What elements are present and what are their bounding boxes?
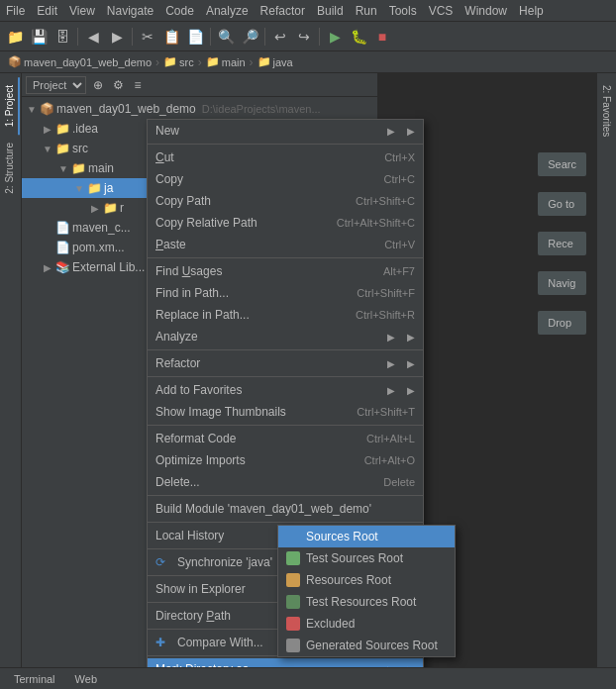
- quick-link-goto[interactable]: Go to: [538, 192, 586, 216]
- sub-generated-sources-root-label: Generated Sources Root: [306, 639, 438, 652]
- ctx-sync-icon: ⟳: [155, 555, 165, 569]
- breadcrumb-icon-2: 📁: [163, 55, 177, 68]
- breadcrumb-item-3[interactable]: main: [222, 56, 246, 68]
- menu-view[interactable]: View: [63, 2, 101, 20]
- tree-path-root: D:\ideaProjects\maven...: [202, 103, 321, 115]
- menu-vcs[interactable]: VCS: [423, 2, 460, 20]
- open-btn[interactable]: 📁: [4, 26, 26, 48]
- breadcrumb-item-2[interactable]: src: [179, 56, 194, 68]
- ctx-sep-3: [148, 349, 423, 350]
- ctx-optimize-imports[interactable]: Optimize Imports Ctrl+Alt+O: [148, 449, 423, 471]
- panel-btn-3[interactable]: ≡: [130, 77, 146, 93]
- sidebar-tab-structure[interactable]: 2: Structure: [1, 135, 20, 202]
- tree-label-src: src: [72, 142, 88, 155]
- stop-btn[interactable]: ■: [371, 26, 393, 48]
- ctx-copy-rel-path-shortcut: Ctrl+Alt+Shift+C: [337, 217, 415, 229]
- ctx-add-fav[interactable]: Add to Favorites ▶: [148, 379, 423, 401]
- search2-btn[interactable]: 🔎: [239, 26, 260, 48]
- bottom-tab-terminal[interactable]: Terminal: [8, 671, 61, 687]
- sub-sources-root-label: Sources Root: [306, 530, 378, 543]
- breadcrumb-root-icon: 📦: [8, 55, 22, 68]
- ctx-find-in-path[interactable]: Find in Path... Ctrl+Shift+F: [148, 282, 423, 304]
- ctx-build-module[interactable]: Build Module 'maven_day01_web_demo': [148, 498, 423, 520]
- project-panel-header: Project ⊕ ⚙ ≡: [22, 73, 377, 97]
- ctx-find-usages-label: Find Usages: [155, 264, 375, 278]
- toolbar-sep-5: [319, 28, 320, 46]
- ctx-cut[interactable]: Cut Ctrl+X: [148, 147, 423, 168]
- ctx-find-usages[interactable]: Find Usages Alt+F7: [148, 260, 423, 282]
- ctx-find-usages-shortcut: Alt+F7: [383, 265, 415, 277]
- ctx-find-in-path-label: Find in Path...: [155, 286, 349, 300]
- menu-file[interactable]: File: [0, 2, 31, 20]
- tree-label-pom: pom.xm...: [72, 241, 125, 254]
- submenu: Sources Root Test Sources Root Resources…: [277, 525, 456, 657]
- undo-btn[interactable]: ↩: [269, 26, 291, 48]
- save-all-btn[interactable]: 🗄: [51, 26, 73, 48]
- quick-link-drop[interactable]: Drop: [538, 311, 586, 335]
- cut-btn[interactable]: ✂: [137, 26, 158, 48]
- breadcrumb-item-1[interactable]: maven_day01_web_demo: [24, 56, 152, 68]
- project-select[interactable]: Project: [26, 76, 86, 94]
- sub-sources-root-icon: [286, 530, 300, 543]
- toolbar-sep-1: [77, 28, 78, 46]
- ctx-copy-rel-path[interactable]: Copy Relative Path Ctrl+Alt+Shift+C: [148, 212, 423, 234]
- menu-navigate[interactable]: Navigate: [101, 2, 159, 20]
- tree-item-root[interactable]: ▼ 📦 maven_day01_web_demo D:\ideaProjects…: [22, 99, 377, 119]
- save-btn[interactable]: 💾: [28, 26, 50, 48]
- ctx-add-fav-arrow: ▶: [387, 385, 395, 396]
- ctx-sep-6: [148, 495, 423, 496]
- ctx-reformat[interactable]: Reformat Code Ctrl+Alt+L: [148, 428, 423, 449]
- ctx-paste[interactable]: Paste Ctrl+V: [148, 234, 423, 255]
- forward-btn[interactable]: ▶: [106, 26, 128, 48]
- panel-btn-2[interactable]: ⚙: [110, 77, 126, 93]
- breadcrumb-sep-1: ›: [155, 55, 159, 69]
- ctx-copy-path[interactable]: Copy Path Ctrl+Shift+C: [148, 190, 423, 212]
- sub-generated-sources-root[interactable]: Generated Sources Root: [278, 635, 455, 656]
- menu-tools[interactable]: Tools: [383, 2, 423, 20]
- search-btn[interactable]: 🔍: [215, 26, 237, 48]
- bottom-tab-web[interactable]: Web: [69, 671, 103, 687]
- menu-code[interactable]: Code: [159, 2, 200, 20]
- ctx-copy-label: Copy: [155, 172, 376, 186]
- sub-resources-root[interactable]: Resources Root: [278, 569, 455, 591]
- menu-run[interactable]: Run: [350, 2, 383, 20]
- breadcrumb-item-4[interactable]: java: [273, 56, 293, 68]
- debug-btn[interactable]: 🐛: [348, 26, 369, 48]
- ctx-analyze[interactable]: Analyze ▶: [148, 326, 423, 347]
- paste-btn[interactable]: 📄: [184, 26, 206, 48]
- sub-sources-root[interactable]: Sources Root: [278, 526, 455, 547]
- copy-btn[interactable]: 📋: [160, 26, 182, 48]
- ctx-delete[interactable]: Delete... Delete: [148, 471, 423, 493]
- sub-test-sources-root[interactable]: Test Sources Root: [278, 547, 455, 569]
- toolbar: 📁 💾 🗄 ◀ ▶ ✂ 📋 📄 🔍 🔎 ↩ ↪ ▶ 🐛 ■: [0, 22, 616, 51]
- sub-excluded[interactable]: Excluded: [278, 613, 455, 635]
- run-btn[interactable]: ▶: [324, 26, 346, 48]
- ctx-img-thumb[interactable]: Show Image Thumbnails Ctrl+Shift+T: [148, 401, 423, 423]
- menu-build[interactable]: Build: [311, 2, 350, 20]
- menu-help[interactable]: Help: [513, 2, 550, 20]
- sub-test-resources-root-icon: [286, 595, 300, 609]
- tree-icon-root: 📦: [40, 102, 54, 116]
- toolbar-sep-2: [132, 28, 133, 46]
- sidebar-tab-project[interactable]: 1: Project: [1, 77, 20, 135]
- ctx-new-label: New: [155, 124, 379, 138]
- tree-label-extlib: External Lib...: [72, 260, 145, 274]
- sub-excluded-label: Excluded: [306, 617, 355, 631]
- ctx-new[interactable]: New ▶: [148, 120, 423, 142]
- menu-refactor[interactable]: Refactor: [255, 2, 311, 20]
- quick-link-navigate[interactable]: Navig: [538, 271, 586, 295]
- back-btn[interactable]: ◀: [82, 26, 104, 48]
- redo-btn[interactable]: ↪: [293, 26, 315, 48]
- quick-link-search[interactable]: Searc: [538, 152, 586, 176]
- sub-test-resources-root[interactable]: Test Resources Root: [278, 591, 455, 613]
- menu-window[interactable]: Window: [459, 2, 513, 20]
- right-tab-favorites[interactable]: 2: Favorites: [598, 77, 615, 145]
- ctx-copy[interactable]: Copy Ctrl+C: [148, 168, 423, 190]
- quick-link-recent[interactable]: Rece: [538, 232, 586, 255]
- ctx-replace-in-path[interactable]: Replace in Path... Ctrl+Shift+R: [148, 304, 423, 326]
- ctx-refactor[interactable]: Refactor ▶: [148, 352, 423, 374]
- menu-analyze[interactable]: Analyze: [200, 2, 255, 20]
- menu-edit[interactable]: Edit: [31, 2, 63, 20]
- panel-btn-1[interactable]: ⊕: [90, 77, 106, 93]
- ctx-compare-icon: ✚: [155, 636, 165, 649]
